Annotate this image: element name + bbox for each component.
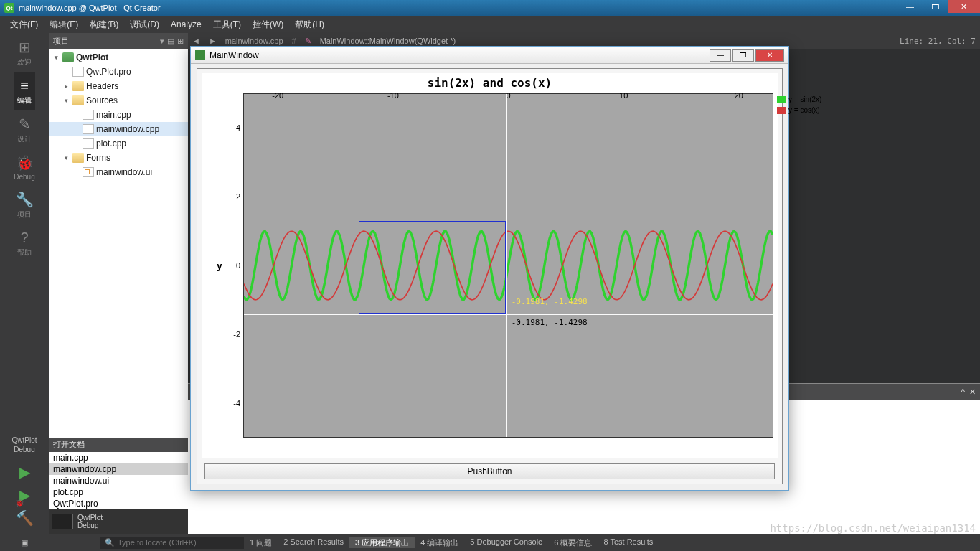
menu-widgets[interactable]: 控件(W) — [247, 19, 289, 31]
maximize-button[interactable]: 🗖 — [923, 0, 948, 13]
mode-Debug[interactable]: 🐞Debug — [14, 149, 34, 185]
open-doc-item[interactable]: mainwindow.cpp — [49, 463, 188, 475]
open-doc-item[interactable]: main.cpp — [49, 452, 188, 463]
expand-icon[interactable]: ^ — [961, 387, 965, 397]
filter-icon[interactable]: ▾ — [160, 37, 164, 46]
mode-帮助[interactable]: ?帮助 — [14, 224, 34, 262]
kit-selector[interactable]: QwtPlot Debug — [10, 433, 38, 456]
status-tab[interactable]: 2 Search Results — [278, 537, 349, 548]
editor-tab[interactable]: mainwindow.cpp — [225, 37, 283, 45]
status-tab[interactable]: 8 Test Results — [598, 537, 659, 548]
sync-icon[interactable]: ▤ — [167, 37, 174, 46]
open-docs-header: 打开文档 — [49, 438, 188, 452]
menu-tools[interactable]: 工具(T) — [207, 19, 247, 31]
qt-icon: Qt — [4, 3, 14, 13]
qwt-plot[interactable]: sin(2x) and cos(x) y -4-2024 y = sin(2x)… — [202, 73, 778, 458]
mode-项目[interactable]: 🔧项目 — [14, 185, 34, 224]
mode-设计[interactable]: ✎设计 — [14, 110, 34, 149]
menu-analyze[interactable]: Analyze — [165, 19, 207, 29]
mode-编辑[interactable]: ≡编辑 — [14, 72, 34, 110]
locator-input[interactable]: 🔍 Type to locate (Ctrl+K) — [100, 537, 244, 549]
menu-build[interactable]: 构建(B) — [84, 19, 124, 31]
menu-edit[interactable]: 编辑(E) — [44, 19, 84, 31]
menu-debug[interactable]: 调试(D) — [124, 19, 165, 31]
window-title: mainwindow.cpp @ QwtPlot - Qt Creator — [19, 4, 161, 12]
y-axis-ticks: -4-2024 — [226, 93, 243, 438]
split-icon[interactable]: ⊞ — [177, 37, 184, 46]
run-debug-button[interactable]: ▶🐞 — [16, 484, 34, 507]
close-sidebar-icon[interactable]: ▣ — [0, 538, 49, 547]
close-button[interactable]: ✕ — [948, 0, 980, 13]
crosshair-label-yellow: -0.1981, -1.4298 — [512, 297, 588, 306]
push-button[interactable]: PushButton — [204, 463, 775, 479]
menu-file[interactable]: 文件(F) — [4, 19, 44, 31]
mode-欢迎[interactable]: ⊞欢迎 — [14, 33, 34, 72]
plot-title: sin(2x) and cos(x) — [202, 73, 778, 91]
plot-canvas[interactable]: y = sin(2x)y = cos(x) -0.1981, -1.4298-0… — [243, 93, 773, 438]
status-tab[interactable]: 3 应用程序输出 — [349, 537, 415, 548]
crosshair-label-black: -0.1981, -1.4298 — [512, 318, 588, 327]
mode-bar: ⊞欢迎≡编辑✎设计🐞Debug🔧项目?帮助 QwtPlot Debug ▶ ▶🐞… — [0, 33, 49, 534]
build-button[interactable]: 🔨 — [16, 507, 34, 529]
minimize-button[interactable]: — — [897, 0, 923, 13]
plot-legend: y = sin(2x)y = cos(x) — [777, 93, 842, 117]
project-panel-header: 项目 ▾▤⊞ — [49, 33, 188, 49]
open-doc-item[interactable]: plot.cpp — [49, 486, 188, 498]
app-maximize-button[interactable]: 🗖 — [732, 49, 754, 62]
status-tab[interactable]: 6 概要信息 — [548, 537, 598, 548]
app-title: MainWindow — [209, 50, 259, 60]
open-docs-list[interactable]: main.cppmainwindow.cppmainwindow.uiplot.… — [49, 452, 188, 509]
status-tab[interactable]: 5 Debugger Console — [464, 537, 548, 548]
watermark: https://blog.csdn.net/weiaipan1314 — [770, 522, 976, 534]
nav-back-icon[interactable]: ◄ — [192, 37, 200, 45]
project-tree[interactable]: ▾QwtPlot QwtPlot.pro ▸Headers ▾Sources m… — [49, 49, 188, 438]
menu-bar: 文件(F) 编辑(E) 构建(B) 调试(D) Analyze 工具(T) 控件… — [0, 16, 980, 33]
status-tab[interactable]: 4 编译输出 — [415, 537, 464, 548]
open-doc-item[interactable]: mainwindow.ui — [49, 475, 188, 486]
window-controls: — 🗖 ✕ — [897, 0, 980, 13]
x-axis-ticks: -20-1001020 — [243, 91, 773, 101]
app-titlebar[interactable]: MainWindow — 🗖 ✕ — [191, 47, 788, 64]
run-button[interactable]: ▶ — [16, 461, 34, 484]
open-doc-item[interactable]: QwtPlot.pro — [49, 498, 188, 509]
menu-help[interactable]: 帮助(H) — [289, 19, 330, 31]
close-panel-icon[interactable]: ✕ — [969, 387, 976, 397]
target-box[interactable]: QwtPlotDebug — [49, 509, 188, 534]
nav-fwd-icon[interactable]: ► — [209, 37, 217, 45]
app-window: MainWindow — 🗖 ✕ sin(2x) and cos(x) y -4… — [190, 46, 789, 491]
monitor-icon — [52, 514, 73, 529]
app-minimize-button[interactable]: — — [710, 49, 731, 62]
zoom-rectangle — [359, 221, 506, 314]
breadcrumb[interactable]: MainWindow::MainWindow(QWidget *) — [320, 37, 456, 45]
y-axis-label: y — [213, 93, 226, 438]
status-tab[interactable]: 1 问题 — [244, 537, 278, 548]
app-icon — [195, 50, 205, 60]
cursor-position: Line: 21, Col: 7 — [900, 37, 976, 46]
window-titlebar: Qt mainwindow.cpp @ QwtPlot - Qt Creator — [0, 0, 980, 16]
status-bar: ▣ 🔍 Type to locate (Ctrl+K) 1 问题2 Search… — [0, 534, 980, 551]
app-close-button[interactable]: ✕ — [755, 49, 784, 62]
